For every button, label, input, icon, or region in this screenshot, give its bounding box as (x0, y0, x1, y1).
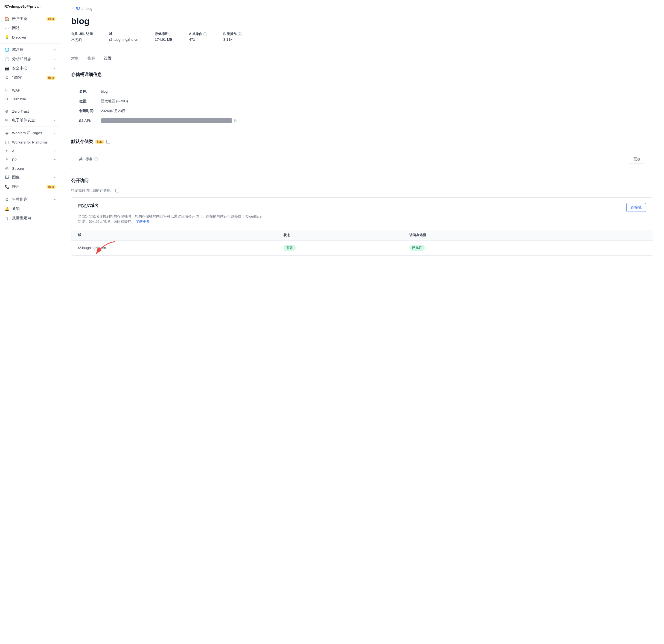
chevron-icon: ▾ (54, 67, 56, 70)
manage-icon: ⚙ (4, 197, 9, 202)
learn-more-link[interactable]: 了解更多 (136, 220, 150, 223)
table-row: r2.laughingzhu.cn 有效 已允许 ··· (71, 240, 653, 255)
info-row-s3api: S3 API: ⎘ (79, 118, 645, 124)
section-default-storage: 默认存储类 Beta 类: 标准 i 更改 (71, 139, 653, 169)
ai-icon: ✦ (4, 149, 9, 153)
sidebar-item-trace[interactable]: ⚙ "跟踪" Beta (0, 73, 60, 82)
home-icon: 🏠 (4, 17, 9, 21)
col-domain: 域 (71, 230, 277, 240)
stat-label: B 类操作 i (224, 32, 242, 36)
sidebar-item-sites[interactable]: ▭ 网站 (0, 23, 60, 33)
chevron-icon: ▾ (54, 176, 56, 179)
sidebar-label: 呼叫 (12, 184, 44, 189)
sidebar-label: 帐户主页 (12, 16, 44, 21)
sidebar-label: Workers for Platforms (12, 140, 56, 144)
sidebar-label: 安全中心 (12, 66, 51, 71)
table-head: 域 状态 访问存储桶 (71, 230, 653, 240)
breadcrumb: ← R2 / blog (71, 6, 653, 10)
stat-value: 3.11k (224, 38, 242, 42)
sidebar: R7vdmsps9p@priva... 🏠 帐户主页 Beta ▭ 网站 💡 D… (0, 0, 60, 644)
custom-domain-card: 自定义域名 连接域 当自定义域名连接到您的存储桶时，您的存储桶的内容将可以通过该… (71, 197, 653, 256)
sidebar-item-call[interactable]: 📞 呼叫 Beta (0, 182, 60, 191)
public-access-desc: 指定如何访问您的存储桶。 (71, 188, 653, 193)
breadcrumb-separator: / (82, 6, 83, 10)
sidebar-item-home[interactable]: 🏠 帐户主页 Beta (0, 14, 60, 23)
info-row-location: 位置: 亚太地区 (APAC) (79, 99, 645, 104)
copy-icon[interactable]: ⎘ (234, 119, 236, 123)
domain-icon: 🌐 (4, 47, 9, 52)
custom-domain-desc: 当自定义域名连接到您的存储桶时，您的存储桶的内容将可以通过该域公开访问。连接的网… (78, 214, 264, 224)
sidebar-item-workers[interactable]: ◈ Workers 和 Pages ▾ (0, 128, 60, 138)
stat-label: 公共 URL 访问 (71, 32, 93, 36)
sidebar-label: 网站 (12, 26, 56, 30)
call-icon: 📞 (4, 185, 9, 189)
chevron-icon: ▾ (54, 119, 56, 122)
status-badge: 有效 (284, 245, 296, 251)
workers-icon: ◈ (4, 131, 9, 135)
sidebar-item-stream[interactable]: ◎ Stream (0, 164, 60, 173)
sidebar-item-domain[interactable]: 🌐 域注册 ▾ (0, 45, 60, 55)
sidebar-item-r2[interactable]: 🗄 R2 ▾ (0, 155, 60, 164)
info-val: 2024年8月23日 (101, 108, 645, 114)
sidebar-item-email[interactable]: ✉ 电子邮件安全 ▾ (0, 115, 60, 125)
sidebar-item-security[interactable]: 📷 安全中心 ▾ (0, 64, 60, 73)
beta-badge: Beta (46, 185, 56, 189)
col-access: 访问存储桶 (403, 230, 550, 240)
info-val: 亚太地区 (APAC) (101, 99, 645, 104)
sidebar-item-notify[interactable]: 🔔 通知 (0, 204, 60, 214)
info-icon[interactable]: i (94, 157, 98, 161)
more-options-button[interactable]: ··· (557, 244, 564, 251)
beta-badge: Beta (46, 76, 56, 80)
sidebar-item-redirect[interactable]: ⇉ 批量重定向 (0, 214, 60, 223)
expand-icon[interactable] (116, 189, 119, 192)
trace-icon: ⚙ (4, 76, 9, 80)
sidebar-item-analytics[interactable]: 🕐 分析和日志 ▾ (0, 55, 60, 64)
stat-public-url: 公共 URL 访问 不允许 (71, 32, 93, 42)
sidebar-label: Turnstile (12, 97, 56, 101)
bucket-detail-card: 名称: blog 位置: 亚太地区 (APAC) 创建时间: 2024年8月23… (71, 82, 653, 130)
sidebar-item-discover[interactable]: 💡 Discover (0, 33, 60, 42)
connect-domain-button[interactable]: 连接域 (626, 203, 646, 212)
desc-text: 指定如何访问您的存储桶。 (71, 188, 114, 193)
stat-class-a: A 类操作 i 471 (189, 32, 207, 42)
s3-api-value-blurred (101, 119, 232, 123)
zerotrust-icon: ⊕ (4, 109, 9, 113)
info-icon[interactable]: i (203, 32, 207, 36)
stat-value: 471 (189, 38, 207, 42)
breadcrumb-r2-link[interactable]: ← R2 (71, 6, 80, 10)
change-storage-button[interactable]: 更改 (629, 155, 645, 164)
tab-metrics[interactable]: 指标 (87, 53, 95, 64)
divider (0, 105, 60, 105)
table-header-row: 域 状态 访问存储桶 (71, 230, 653, 240)
status-cell: 有效 (277, 240, 403, 255)
info-row-created: 创建时间: 2024年8月23日 (79, 108, 645, 114)
sites-icon: ▭ (4, 26, 9, 30)
col-actions (550, 230, 653, 240)
class-label: 类: (79, 157, 84, 162)
sidebar-item-images[interactable]: 🖼 图像 ▾ (0, 173, 60, 182)
chevron-icon: ▾ (54, 132, 56, 135)
sidebar-item-zerotrust[interactable]: ⊕ Zero Trust (0, 107, 60, 115)
stat-label: 域 (109, 32, 138, 36)
sidebar-label: 图像 (12, 175, 51, 180)
info-row-name: 名称: blog (79, 89, 645, 94)
chevron-icon: ▾ (54, 58, 56, 61)
info-val: blog (101, 89, 645, 94)
section-public-access: 公开访问 指定如何访问您的存储桶。 自定义域名 连接域 当自定义域名连接到您的存… (71, 178, 653, 256)
sidebar-item-ai[interactable]: ✦ AI ▾ (0, 147, 60, 155)
expand-icon[interactable] (106, 140, 110, 144)
sidebar-item-manage[interactable]: ⚙ 管理帐户 ▾ (0, 195, 60, 204)
tab-objects[interactable]: 对象 (71, 53, 79, 64)
section-title: 默认存储类 Beta (71, 139, 653, 145)
info-key: 名称: (79, 89, 101, 94)
tab-settings[interactable]: 设置 (104, 53, 111, 64)
sidebar-item-turnstile[interactable]: ↺ Turnstile (0, 94, 60, 103)
sidebar-item-waf[interactable]: 🛡 WAF (0, 86, 60, 94)
sidebar-item-platforms[interactable]: ◫ Workers for Platforms (0, 138, 60, 147)
section-title: 公开访问 (71, 178, 653, 184)
stat-size: 存储桶尺寸 174.91 MB (155, 32, 172, 42)
stream-icon: ◎ (4, 166, 9, 171)
info-icon[interactable]: i (237, 32, 242, 36)
main-content: ← R2 / blog blog 公共 URL 访问 不允许 域 r2.laug… (60, 0, 664, 644)
sidebar-nav: 🏠 帐户主页 Beta ▭ 网站 💡 Discover 🌐 域注册 ▾ 🕐 分析… (0, 12, 60, 225)
